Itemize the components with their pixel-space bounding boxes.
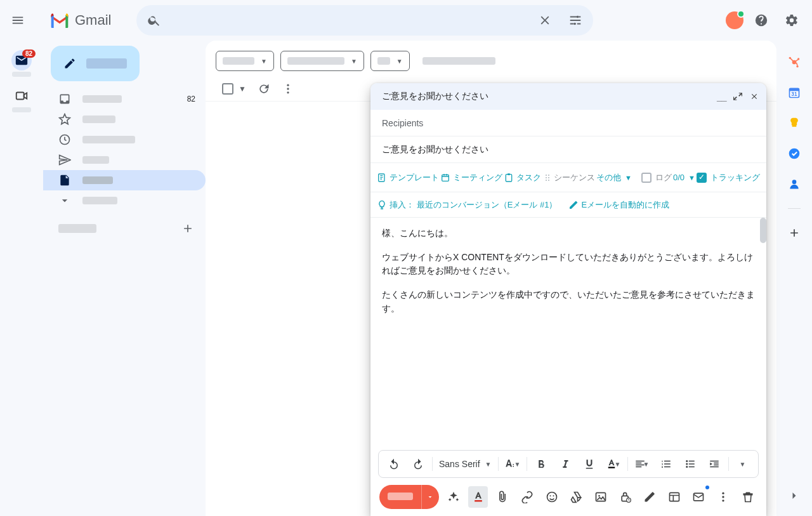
svg-rect-20 [508,173,510,175]
rail-meet[interactable] [4,81,39,117]
bullet-list-button[interactable] [680,454,700,474]
hs-auto-email[interactable]: Eメールを自動的に作成 [568,199,669,211]
nav-drafts[interactable] [43,170,206,190]
hs-log[interactable]: ログ [641,172,672,183]
lightbulb-icon [377,200,387,210]
hs-tasks[interactable]: タスク [504,172,541,183]
right-rail-hubspot[interactable] [788,56,801,69]
image-button[interactable] [591,486,611,508]
font-size-button[interactable]: ▼ [502,454,523,474]
nav-inbox[interactable]: 82 [43,89,206,109]
hs-more[interactable]: その他▼ [596,172,632,183]
select-dropdown[interactable]: ▼ [239,84,246,93]
right-rail-contacts[interactable] [788,178,801,190]
right-rail-keep[interactable] [788,117,801,129]
nav-snoozed[interactable] [43,129,206,150]
nav-starred[interactable] [43,109,206,129]
right-addon-rail: 31 [776,41,812,516]
bold-button[interactable] [531,454,551,474]
right-rail-add[interactable] [788,227,801,239]
font-family-dropdown[interactable]: Sans Serif▼ [436,459,494,469]
support-button[interactable] [749,8,774,33]
settings-button[interactable] [779,8,804,33]
more-formatting-button[interactable]: ▼ [733,454,753,474]
svg-point-34 [598,495,600,497]
signature-button[interactable] [640,486,660,508]
text-format-toggle[interactable] [468,486,488,508]
schedule-button[interactable] [689,486,709,508]
more-icon[interactable] [282,83,294,95]
nav-more[interactable] [43,190,206,211]
discard-draft-button[interactable] [738,486,757,508]
search-bar[interactable] [136,5,593,36]
numbered-list-button[interactable] [656,454,676,474]
subject-field[interactable]: ご意見をお聞かせください [370,136,766,163]
svg-rect-3 [16,93,24,100]
add-label-button[interactable] [178,218,198,239]
left-app-rail: 82 [0,41,43,516]
send-more-button[interactable] [421,485,439,509]
hs-sequences[interactable]: シーケンス [554,172,595,183]
recipients-field[interactable]: Recipients [370,110,766,136]
filter-chip-1[interactable]: ▼ [216,51,274,71]
calendar-small-icon [440,173,450,183]
svg-point-39 [722,493,724,494]
hs-templates[interactable]: テンプレート [377,172,439,183]
layout-button[interactable] [664,486,684,508]
calendar-icon: 31 [788,86,801,99]
right-rail-tasks[interactable] [788,147,801,160]
search-options-button[interactable] [563,8,588,33]
italic-button[interactable] [555,454,575,474]
hubspot-status-badge[interactable] [726,11,743,29]
search-input[interactable] [172,14,527,27]
formatting-toolbar: Sans Serif▼ ▼ ▼ ▼ ▼ [378,450,759,478]
right-rail-collapse[interactable] [788,489,801,502]
compose-button[interactable] [51,46,140,81]
inbox-icon [58,93,71,105]
ai-suggest-button[interactable] [444,486,464,508]
redo-button[interactable] [408,454,428,474]
text-color-button[interactable]: ▼ [603,454,624,474]
gmail-logo[interactable]: Gmail [49,12,111,29]
emoji-button[interactable] [542,486,561,508]
undo-button[interactable] [384,454,404,474]
pencil-icon [63,56,76,70]
filter-chip-2[interactable]: ▼ [280,51,364,71]
filter-chip-4[interactable] [416,51,502,71]
align-button[interactable]: ▼ [632,454,652,474]
nav-sent[interactable] [43,150,206,170]
right-rail-calendar[interactable]: 31 [788,86,801,99]
star-icon [58,113,71,126]
search-clear-button[interactable] [532,8,558,33]
underline-button[interactable] [579,454,599,474]
redo-icon [412,458,424,470]
hs-meetings[interactable]: ミーティング [440,172,502,183]
refresh-icon[interactable] [258,83,270,95]
rail-mail[interactable]: 82 [4,46,39,81]
hs-tracking[interactable]: トラッキング [697,172,760,183]
filter-chip-3[interactable]: ▼ [370,51,410,71]
hs-count[interactable]: 0/0▼ [673,173,695,182]
minimize-button[interactable]: __ [717,92,726,101]
scrollbar-thumb[interactable] [760,218,766,243]
compose-header[interactable]: ご意見をお聞かせください __ [370,83,766,110]
link-icon [521,491,534,503]
attach-button[interactable] [493,486,513,508]
confidential-button[interactable] [615,486,635,508]
more-options-button[interactable] [714,486,733,508]
drag-handle-icon[interactable] [542,173,553,183]
indent-button[interactable] [704,454,724,474]
select-all-checkbox[interactable] [222,83,233,95]
link-button[interactable] [518,486,537,508]
compose-body[interactable]: 様、こんにちは。 ウェブサイトからX CONTENTをダウンロードしていただきあ… [370,218,766,450]
hs-insert[interactable]: 挿入： 最近のコンバージョン（Eメール #1） [377,199,557,211]
main-menu-button[interactable] [5,8,30,33]
svg-point-41 [722,499,724,501]
video-icon [15,89,29,103]
search-icon[interactable] [141,8,167,33]
fullscreen-icon[interactable] [733,92,742,101]
drive-button[interactable] [566,486,586,508]
close-icon[interactable] [750,92,759,101]
svg-rect-19 [506,174,511,181]
send-button[interactable] [379,485,439,509]
